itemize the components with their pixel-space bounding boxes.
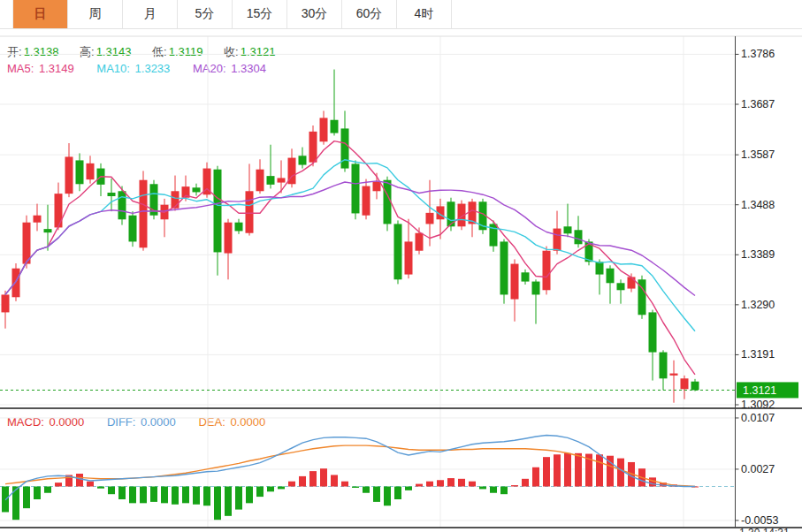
kline-chart-widget: 日周月5分15分30分60分4时 开:1.3138 高:1.3143 低:1.3…: [0, 0, 802, 532]
macd-hist-bar: [543, 457, 550, 486]
candle-body: [55, 194, 63, 227]
macd-hist-bar: [129, 487, 136, 504]
price-tick-label: 1.3687: [741, 98, 775, 110]
candle-body: [500, 241, 508, 294]
candle-body: [352, 163, 360, 213]
candle-body: [140, 180, 148, 248]
candle-body: [76, 160, 84, 184]
macd-hist-bar: [437, 480, 444, 486]
macd-hist-bar: [469, 482, 476, 487]
macd-hist-bar: [416, 484, 423, 487]
candle-body: [384, 180, 392, 224]
macd-hist-bar: [225, 487, 232, 516]
macd-hist-bar: [596, 454, 603, 486]
candle-body: [649, 312, 657, 352]
candle-body: [320, 118, 328, 141]
macd-hist-bar: [320, 468, 327, 486]
macd-hist-bar: [363, 487, 370, 493]
clipped-bottom-label: 1.30 14:31: [739, 528, 801, 532]
macd-hist-bar: [554, 454, 561, 486]
candle-body: [596, 262, 604, 274]
macd-hist-bar: [532, 467, 539, 487]
price-tick-label: 1.3191: [741, 348, 775, 361]
macd-hist-bar: [34, 487, 41, 499]
candle-body: [235, 223, 243, 232]
candle-body: [532, 282, 540, 295]
candle-body: [23, 223, 31, 264]
candle-body: [564, 226, 572, 233]
last-price-label: 1.3121: [743, 384, 776, 397]
candle-body: [607, 269, 615, 284]
macd-pane-area[interactable]: [0, 408, 735, 528]
candle-body: [34, 216, 42, 223]
candle-body: [2, 294, 10, 312]
chart-canvas[interactable]: 1.37861.36871.35871.34881.33891.32901.31…: [0, 0, 802, 532]
candle-body: [44, 229, 52, 232]
candle-body: [299, 156, 307, 164]
price-tick-label: 1.3290: [741, 299, 775, 311]
macd-hist-bar: [182, 487, 189, 504]
candle-body: [405, 241, 413, 274]
candle-body: [118, 191, 126, 219]
candle-body: [341, 128, 349, 168]
candle-body: [543, 251, 551, 291]
macd-hist-bar: [172, 487, 179, 505]
candle-body: [87, 163, 95, 179]
macd-hist-bar: [522, 479, 529, 487]
macd-hist-bar: [299, 476, 306, 487]
candle-body: [628, 277, 636, 288]
candle-body: [225, 223, 233, 254]
macd-hist-bar: [55, 483, 62, 486]
macd-hist-bar: [575, 453, 582, 487]
macd-hist-bar: [288, 482, 295, 487]
macd-hist-bar: [97, 487, 104, 489]
candle-body: [363, 186, 370, 216]
macd-hist-bar: [161, 487, 168, 504]
macd-hist-bar: [278, 487, 285, 490]
candle-body: [522, 272, 530, 281]
candle-body: [373, 181, 381, 191]
macd-hist-bar: [246, 487, 253, 504]
macd-tick-label: 0.0107: [741, 412, 775, 424]
candle-body: [278, 178, 286, 182]
macd-hist-bar: [309, 471, 317, 486]
candle-body: [660, 353, 668, 379]
macd-hist-bar: [87, 482, 94, 487]
main-chart-area[interactable]: [0, 36, 735, 408]
macd-hist-bar: [479, 487, 486, 490]
macd-hist-bar: [490, 487, 497, 493]
macd-hist-bar: [394, 487, 401, 499]
candle-body: [309, 132, 317, 163]
price-tick-label: 1.3389: [741, 248, 775, 261]
candle-body: [426, 213, 434, 224]
candle-body: [256, 170, 264, 192]
macd-hist-bar: [617, 459, 624, 487]
macd-hist-bar: [511, 485, 518, 486]
macd-hist-bar: [458, 479, 465, 487]
candle-body: [575, 230, 583, 244]
macd-hist-bar: [140, 487, 147, 504]
macd-hist-bar: [235, 487, 242, 510]
macd-hist-bar: [331, 475, 338, 486]
macd-tick-label: -0.0053: [741, 514, 778, 527]
candle-body: [681, 378, 689, 389]
candle-body: [394, 224, 402, 279]
macd-hist-bar: [193, 487, 200, 505]
macd-hist-bar: [256, 487, 264, 498]
price-tick-label: 1.3092: [741, 399, 775, 411]
macd-hist-bar: [108, 487, 115, 495]
macd-hist-bar: [150, 487, 157, 502]
macd-hist-bar: [426, 482, 433, 487]
candle-body: [670, 374, 678, 376]
candle-body: [267, 176, 275, 185]
macd-hist-bar: [500, 487, 508, 495]
macd-tick-label: 0.0027: [741, 463, 775, 475]
candle-body: [416, 233, 424, 251]
candle-body: [331, 120, 339, 133]
candle-body: [12, 269, 20, 298]
macd-hist-bar: [118, 487, 126, 499]
candle-body: [193, 187, 201, 192]
price-tick-label: 1.3587: [741, 148, 775, 161]
macd-hist-bar: [23, 487, 30, 509]
candle-body: [108, 193, 116, 196]
